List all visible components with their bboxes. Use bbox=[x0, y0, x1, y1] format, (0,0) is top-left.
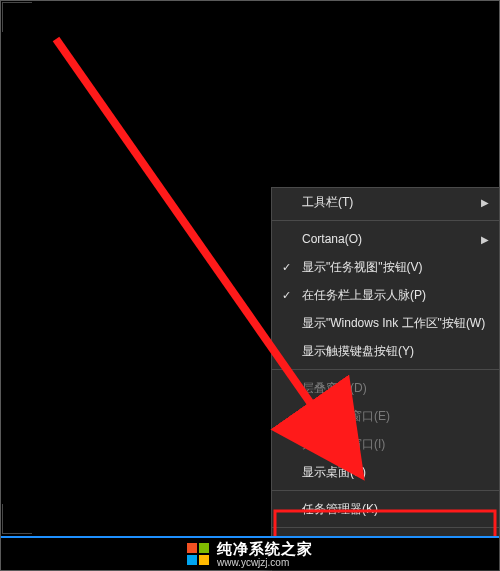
watermark-logo-icon bbox=[187, 543, 209, 565]
menu-label: 任务管理器(K) bbox=[302, 501, 378, 518]
menu-label: 层叠窗口(D) bbox=[302, 380, 367, 397]
menu-separator bbox=[272, 490, 499, 491]
checkmark-icon: ✓ bbox=[282, 289, 294, 302]
menu-item-toolbar[interactable]: 工具栏(T) ▶ bbox=[272, 188, 499, 216]
submenu-arrow-icon: ▶ bbox=[481, 197, 489, 208]
menu-separator bbox=[272, 369, 499, 370]
frame-corner bbox=[2, 504, 32, 534]
menu-label: Cortana(O) bbox=[302, 232, 362, 246]
taskbar-context-menu: 工具栏(T) ▶ Cortana(O) ▶ ✓ 显示"任务视图"按钮(V) ✓ … bbox=[271, 187, 500, 571]
menu-separator bbox=[272, 220, 499, 221]
menu-label: 显示触摸键盘按钮(Y) bbox=[302, 343, 414, 360]
menu-item-cortana[interactable]: Cortana(O) ▶ bbox=[272, 225, 499, 253]
menu-item-taskview[interactable]: ✓ 显示"任务视图"按钮(V) bbox=[272, 253, 499, 281]
submenu-arrow-icon: ▶ bbox=[481, 234, 489, 245]
menu-item-touch-keyboard[interactable]: 显示触摸键盘按钮(Y) bbox=[272, 337, 499, 365]
watermark-sub: www.ycwjzj.com bbox=[217, 558, 313, 568]
menu-item-cascade: 层叠窗口(D) bbox=[272, 374, 499, 402]
menu-item-task-manager[interactable]: 任务管理器(K) bbox=[272, 495, 499, 523]
menu-label: 工具栏(T) bbox=[302, 194, 353, 211]
menu-label: 显示桌面(S) bbox=[302, 464, 366, 481]
menu-item-stacked: 堆叠显示窗口(E) bbox=[272, 402, 499, 430]
frame-corner bbox=[2, 2, 32, 32]
checkmark-icon: ✓ bbox=[282, 261, 294, 274]
menu-item-people[interactable]: ✓ 在任务栏上显示人脉(P) bbox=[272, 281, 499, 309]
menu-label: 显示"Windows Ink 工作区"按钮(W) bbox=[302, 315, 485, 332]
menu-label: 在任务栏上显示人脉(P) bbox=[302, 287, 426, 304]
watermark-bar: 纯净系统之家 www.ycwjzj.com bbox=[1, 536, 499, 570]
menu-separator bbox=[272, 527, 499, 528]
menu-label: 并排显示窗口(I) bbox=[302, 436, 385, 453]
menu-label: 堆叠显示窗口(E) bbox=[302, 408, 390, 425]
menu-item-show-desktop[interactable]: 显示桌面(S) bbox=[272, 458, 499, 486]
watermark-title: 纯净系统之家 bbox=[217, 541, 313, 556]
menu-item-ink[interactable]: 显示"Windows Ink 工作区"按钮(W) bbox=[272, 309, 499, 337]
menu-item-sidebyside: 并排显示窗口(I) bbox=[272, 430, 499, 458]
menu-label: 显示"任务视图"按钮(V) bbox=[302, 259, 423, 276]
